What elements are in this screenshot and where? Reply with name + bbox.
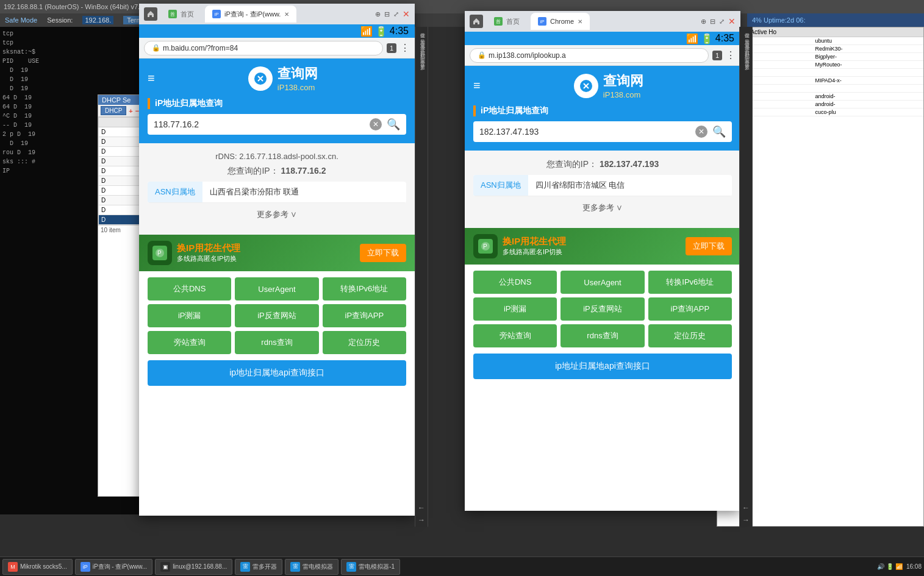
left-fullscreen-icon[interactable]: ⤢ [393,10,399,18]
left-btn-ipleak[interactable]: iP测漏 [148,304,231,327]
left-ad-text: 换IP用花生代理 多线路高匿名IP切换 [177,243,355,263]
left-home-tab-label: 首页 [181,10,194,19]
right-tab-chrome[interactable]: iP Chrome ✕ [531,13,590,30]
wifi-icon: 📶 [360,26,373,37]
left-btn-useragent[interactable]: UserAgent [235,277,318,300]
right-btn-sidesite[interactable]: 旁站查询 [473,324,557,347]
left-tab-count: 1 [387,43,396,53]
right-ad-title: 换IP用花生代理 [503,236,681,247]
rside-forward-btn[interactable]: → [742,516,750,524]
left-status-time: 4:35 [390,26,409,37]
left-btn-dns[interactable]: 公共DNS [148,277,231,300]
left-btn-sidesite[interactable]: 旁站查询 [148,331,231,354]
right-logo-area: 查询网 iP138.com [485,72,732,99]
right-new-tab-icon[interactable]: ⊕ [701,18,706,26]
right-address-bar: 🔒 m.ip138.com/iplookup.a 1 ⋮ [465,45,740,66]
left-location-table: ASN归属地 山西省吕梁市汾阳市 联通 [148,182,406,203]
left-more-btn[interactable]: 更多参考 ∨ [148,203,406,226]
rside-back-btn[interactable]: ← [742,503,750,512]
right-btn-ipapp[interactable]: iP查询APP [648,297,732,321]
left-api-area: ip地址归属地api查询接口 [139,360,415,392]
left-ad-download-btn[interactable]: 立即下载 [360,244,406,262]
side-forward-btn[interactable]: → [418,516,425,524]
right-peanut-icon: P [478,239,493,254]
right-menu-dots[interactable]: ⋮ [726,49,736,61]
left-btn-ipapp[interactable]: iP查询APP [323,304,406,327]
right-orange-bar-icon [473,105,476,116]
right-btn-ipv6[interactable]: 转换IPv6地址 [648,271,732,294]
right-close-icon[interactable]: ✕ [728,16,736,26]
right-tab-home[interactable]: 首 首页 [487,13,527,30]
tray-time: 16:08 [906,563,922,570]
left-btn-ipv6[interactable]: 转换IPv6地址 [323,277,406,300]
left-tab-close[interactable]: ✕ [284,11,289,18]
right-battery-icon: 🔋 [701,33,713,44]
left-new-tab-icon[interactable]: ⊕ [375,10,381,18]
left-ad-subtitle: 多线路高匿名IP切换 [177,254,355,263]
right-btn-locate[interactable]: 定位历史 [648,324,732,347]
ipquery-icon: iP [81,562,90,572]
right-search-icon[interactable]: 🔍 [712,125,726,138]
right-site-name: 查询网 [603,72,643,90]
left-btn-locate[interactable]: 定位历史 [323,331,406,354]
right-wrench-icon [579,79,593,93]
right-search-label: iP地址归属地查询 [473,105,732,116]
right-ad-banner: P 换IP用花生代理 多线路高匿名IP切换 立即下载 [465,228,740,265]
orange-bar-icon [148,98,150,109]
taskbar-item-ipquery[interactable]: iP iP查询 - 查iP(www... [75,559,152,575]
left-api-btn[interactable]: ip地址归属地api查询接口 [148,360,406,386]
left-search-icon[interactable]: 🔍 [387,118,400,131]
right-search-box[interactable]: 182.137.47.193 ✕ 🔍 [473,121,732,142]
right-ad-download-btn[interactable]: 立即下载 [686,237,732,255]
left-clear-btn[interactable]: ✕ [370,118,382,130]
right-more-btn[interactable]: 更多参考 ∨ [473,196,732,219]
right-btn-useragent[interactable]: UserAgent [560,271,644,294]
left-home-btn[interactable] [144,7,157,21]
right-clear-btn[interactable]: ✕ [695,126,707,138]
right-home-tab-label: 首页 [506,17,520,26]
left-tab-home[interactable]: 首 首页 [161,5,201,23]
left-ad-icon: P [148,241,172,265]
left-close-icon[interactable]: ✕ [403,9,410,19]
mikrotik-icon: M [8,562,18,572]
taskbar-item-thunder2[interactable]: 雷 雷电模拟器 [285,559,338,575]
left-menu-dots[interactable]: ⋮ [400,42,410,54]
left-url-input[interactable]: 🔒 m.baidu.com/?from=84 [144,41,383,55]
left-win-icon[interactable]: ⊟ [384,10,390,18]
right-win-icon[interactable]: ⊟ [710,18,715,26]
right-tab-close[interactable]: ✕ [578,18,582,25]
right-url-input[interactable]: 🔒 m.ip138.com/iplookup.a [470,48,709,63]
side-back-btn[interactable]: ← [418,503,425,512]
left-site-subtitle: iP138.com [278,83,318,92]
right-btn-rdns[interactable]: rdns查询 [560,324,644,347]
left-tab-chrome[interactable]: iP iP查询 - 查iP(www. ✕ [205,5,296,23]
left-btn-rdns[interactable]: rdns查询 [235,331,318,354]
right-btn-ipreverse[interactable]: iP反查网站 [560,297,644,321]
dhcp-btn[interactable]: DHCP [101,106,126,115]
right-grid-buttons: 公共DNS UserAgent 转换IPv6地址 iP测漏 iP反查网站 iP查… [465,265,740,354]
left-search-label: iP地址归属地查询 [148,98,406,109]
menu-safe-mode[interactable]: Safe Mode [5,16,37,24]
right-fullscreen-icon[interactable]: ⤢ [719,18,725,26]
right-logo-icon [574,74,598,98]
taskbar-item-thunder3[interactable]: 雷 雷电模拟器-1 [341,559,400,575]
right-home-btn[interactable] [470,15,483,28]
left-btn-ipreverse[interactable]: iP反查网站 [235,304,318,327]
right-btn-ipleak[interactable]: iP测漏 [473,297,557,321]
right-window-controls: ⊕ ⊟ ⤢ ✕ [698,16,736,26]
taskbar-item-linux[interactable]: ▣ linux@192.168.88... [155,559,232,575]
taskbar-item-mikrotik[interactable]: M Mikrotik socks5... [2,559,73,575]
right-btn-dns[interactable]: 公共DNS [473,271,557,294]
right-nav-hamburger[interactable]: ≡ [473,79,481,93]
left-site-content: ≡ 查询网 iP138.com iP地址归属地查询 [139,59,415,497]
left-query-ip: 您查询的IP： 118.77.16.2 [148,166,406,177]
taskbar-item-thunder1[interactable]: 雷 雷多开器 [235,559,282,575]
left-asn-key: ASN归属地 [148,182,202,202]
dhcp-title: DHCP Se [102,96,131,104]
right-location-table: ASN归属地 四川省绵阳市涪城区 电信 [473,175,732,196]
left-nav-hamburger[interactable]: ≡ [148,71,155,85]
taskbar-label-thunder3: 雷电模拟器-1 [359,563,395,571]
right-proxy-icon: P [481,241,490,251]
left-search-box[interactable]: 118.77.16.2 ✕ 🔍 [148,114,406,135]
right-api-btn[interactable]: ip地址归属地api查询接口 [473,354,732,379]
